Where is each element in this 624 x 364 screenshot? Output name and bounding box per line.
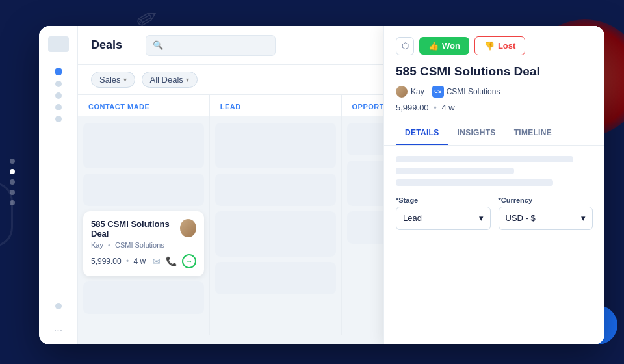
deal-card-footer: 5,999.00 • 4 w ✉ 📞 → <box>91 254 196 268</box>
currency-value: USD - $ <box>506 213 536 223</box>
action-circle-icon[interactable]: → <box>182 254 196 268</box>
sidebar-nav-dot[interactable] <box>55 68 62 75</box>
deal-card-amount: 5,999.00 • 4 w <box>91 257 146 266</box>
placeholder-card <box>83 174 204 206</box>
tab-details[interactable]: DETAILS <box>396 122 448 145</box>
nav-dot <box>10 159 15 164</box>
all-deals-select[interactable]: All Deals ▾ <box>142 72 198 88</box>
expand-icon[interactable]: ⬡ <box>396 37 414 55</box>
sales-select[interactable]: Sales ▾ <box>91 72 135 88</box>
separator: • <box>434 103 437 112</box>
kanban-cards-lead <box>210 116 341 301</box>
label-text: Stage <box>398 196 418 204</box>
deal-card-person: Kay <box>91 241 103 249</box>
placeholder-card <box>215 123 336 168</box>
detail-title: 585 CSMI Solutions Deal <box>396 64 593 79</box>
placeholder-card <box>83 123 204 168</box>
detail-amount: 5,999.00 • 4 w <box>396 103 593 112</box>
sidebar-nav-dot[interactable] <box>55 92 62 99</box>
label-text: Currency <box>501 196 532 204</box>
stage-label: *Stage <box>396 196 491 204</box>
sidebar-dots-icon: ··· <box>54 325 62 336</box>
separator: • <box>108 241 110 249</box>
company-logo: CS <box>432 86 444 98</box>
chevron-down-icon: ▾ <box>479 213 484 223</box>
company-name: CSMI Solutions <box>447 87 500 96</box>
kanban-col-contact-made: CONTACT MADE 585 CSMI Solutions Deal Kay… <box>78 95 210 335</box>
tab-timeline[interactable]: TIMELINE <box>505 122 561 145</box>
won-thumb-icon: 👍 <box>428 41 439 51</box>
tab-insights[interactable]: INSIGHTS <box>448 122 505 145</box>
detail-placeholder-line <box>396 168 514 174</box>
left-nav <box>10 159 15 205</box>
detail-header: ⬡ 👍 Won 👎 Lost 585 CSMI Solutions Deal <box>384 26 604 122</box>
form-group-stage: *Stage Lead ▾ <box>396 196 491 230</box>
person-name: Kay <box>411 87 424 96</box>
amount-value: 5,999.00 <box>396 103 429 112</box>
detail-actions-row: ⬡ 👍 Won 👎 Lost <box>396 36 593 55</box>
col-header-lead: LEAD <box>210 95 341 116</box>
placeholder-card <box>83 281 204 314</box>
deal-card-title: 585 CSMI Solutions Deal <box>91 219 180 239</box>
search-icon: 🔍 <box>153 40 163 50</box>
placeholder-card <box>215 211 336 257</box>
search-bar[interactable]: 🔍 <box>146 35 276 56</box>
nav-dot <box>10 179 15 185</box>
lost-button[interactable]: 👎 Lost <box>474 36 525 55</box>
deal-card-company: CSMI Solutions <box>115 241 164 249</box>
placeholder-card <box>215 262 336 294</box>
main-window: ··· Deals 🔍 + 📞 🔔 ❓ K ⊕ + Deal <box>39 26 604 344</box>
detail-tabs: DETAILS INSIGHTS TIMELINE <box>384 122 604 146</box>
form-group-currency: *Currency USD - $ ▾ <box>499 196 593 230</box>
nav-dot-active <box>10 169 15 174</box>
detail-body: *Stage Lead ▾ *Currency USD - $ <box>384 146 604 344</box>
email-icon[interactable]: ✉ <box>153 256 161 266</box>
sidebar-nav-dot[interactable] <box>55 104 62 110</box>
detail-panel: ⬡ 👍 Won 👎 Lost 585 CSMI Solutions Deal <box>384 26 604 344</box>
deal-card-actions: ✉ 📞 → <box>153 254 196 268</box>
time-value: 4 w <box>441 103 454 112</box>
meta-person: Kay <box>396 86 424 98</box>
detail-meta: Kay CS CSMI Solutions <box>396 86 593 98</box>
sidebar-logo <box>48 36 69 52</box>
chevron-down-icon: ▾ <box>581 213 586 223</box>
sidebar: ··· <box>39 26 78 344</box>
nav-dot <box>10 200 15 205</box>
chevron-down-icon: ▾ <box>186 76 189 83</box>
sidebar-nav-dot-bottom[interactable] <box>55 303 62 309</box>
sidebar-nav-dot[interactable] <box>55 81 62 87</box>
form-row-stage-currency: *Stage Lead ▾ *Currency USD - $ <box>396 196 593 230</box>
meta-company: CS CSMI Solutions <box>432 86 500 98</box>
lost-label: Lost <box>498 41 515 51</box>
detail-placeholder-line <box>396 156 573 162</box>
col-header-contact-made: CONTACT MADE <box>78 95 209 116</box>
phone-icon[interactable]: 📞 <box>166 256 177 266</box>
expand-symbol: ⬡ <box>402 41 409 51</box>
sidebar-nav-dot[interactable] <box>55 116 62 122</box>
won-label: Won <box>442 41 460 51</box>
separator: • <box>126 257 129 266</box>
amount-value: 5,999.00 <box>91 257 122 266</box>
placeholder-card <box>215 174 336 206</box>
kanban-cards-contact-made: 585 CSMI Solutions Deal Kay • CSMI Solut… <box>78 116 209 320</box>
page-title: Deals <box>91 38 122 52</box>
all-deals-label: All Deals <box>150 75 183 84</box>
lost-thumb-icon: 👎 <box>484 41 495 51</box>
stage-value: Lead <box>403 213 422 223</box>
nav-dot <box>10 190 15 195</box>
deal-card-sub: Kay • CSMI Solutions <box>91 241 180 249</box>
person-avatar <box>396 86 408 98</box>
kanban-col-lead: LEAD <box>210 95 342 335</box>
time-value: 4 w <box>134 257 146 266</box>
deal-card-active[interactable]: 585 CSMI Solutions Deal Kay • CSMI Solut… <box>83 211 204 276</box>
deal-card-avatar <box>180 219 196 237</box>
stage-select[interactable]: Lead ▾ <box>396 207 491 230</box>
content-area: Deals 🔍 + 📞 🔔 ❓ K ⊕ + Deal Sales ▾ <box>78 26 604 344</box>
won-button[interactable]: 👍 Won <box>419 37 469 55</box>
currency-label: *Currency <box>499 196 593 204</box>
currency-select[interactable]: USD - $ ▾ <box>499 207 593 230</box>
detail-placeholder-line <box>396 179 553 186</box>
chevron-down-icon: ▾ <box>124 76 127 83</box>
sales-label: Sales <box>99 75 121 84</box>
